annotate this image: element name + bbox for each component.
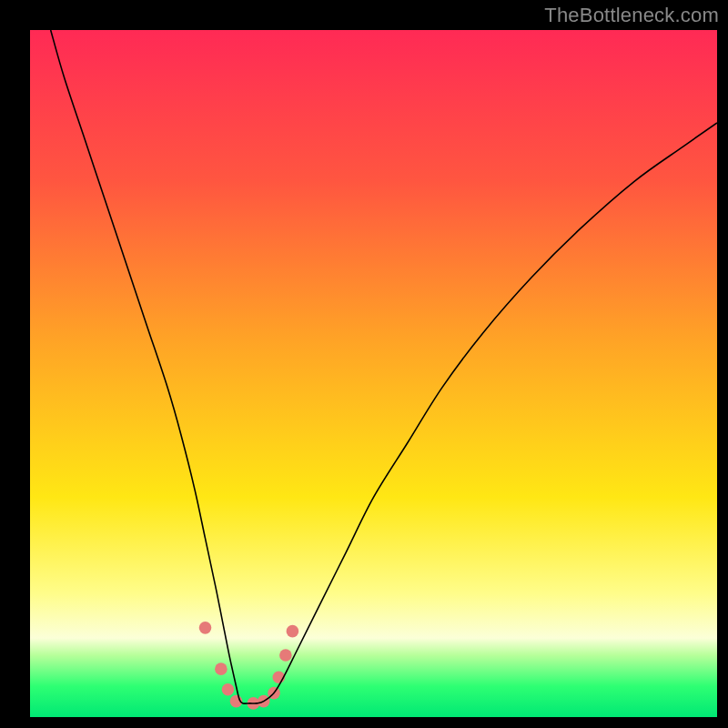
watermark-text: TheBottleneck.com	[544, 4, 719, 27]
curve-marker	[199, 622, 212, 634]
plot-background	[30, 30, 717, 717]
curve-marker	[279, 649, 292, 662]
curve-marker	[215, 662, 228, 675]
bottleneck-chart	[30, 30, 717, 717]
curve-marker	[222, 683, 235, 696]
curve-marker	[287, 625, 299, 638]
chart-frame: TheBottleneck.com	[0, 0, 728, 728]
